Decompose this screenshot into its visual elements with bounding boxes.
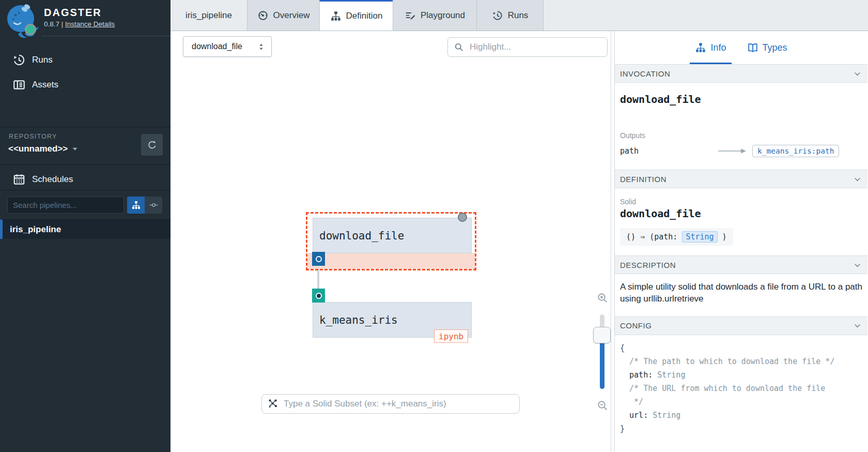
commit-icon	[149, 200, 159, 210]
tab-runs-label: Runs	[508, 10, 529, 21]
output-target-chip[interactable]: k_means_iris:path	[752, 145, 839, 157]
description-text: A simple utility solid that downloads a …	[620, 281, 863, 305]
output-port[interactable]	[312, 252, 325, 266]
sidebar-item-runs[interactable]: Runs	[0, 51, 171, 69]
section-header-invocation[interactable]: INVOCATION	[615, 64, 867, 83]
solid-subset	[261, 394, 520, 414]
pipeline-graph-canvas[interactable]: download_file	[171, 31, 611, 451]
instance-details-link[interactable]: Instance Details	[65, 20, 115, 28]
config-line: path: String	[620, 368, 862, 382]
tab-definition[interactable]: Definition	[319, 0, 393, 31]
section-title: DEFINITION	[620, 175, 667, 184]
tab-playground[interactable]: Playground	[393, 0, 476, 31]
solid-subset-input[interactable]	[261, 394, 520, 414]
graph-node-download-file[interactable]: download_file	[313, 218, 472, 253]
zoom-slider-handle[interactable]	[593, 327, 611, 343]
section-header-definition[interactable]: DEFINITION	[615, 170, 867, 188]
divider	[41, 36, 171, 36]
sidebar-item-iris-pipeline[interactable]: iris_pipeline	[0, 219, 171, 239]
caret-down-icon	[71, 145, 79, 153]
tab-runs[interactable]: Runs	[476, 0, 544, 31]
history-icon	[492, 10, 503, 21]
edit-lines-icon	[405, 10, 416, 21]
config-comment: */	[620, 395, 862, 409]
refresh-repository-button[interactable]	[141, 134, 163, 156]
repository-label: REPOSITORY	[9, 133, 57, 140]
chevron-down-icon	[853, 260, 862, 270]
graph-view-button[interactable]	[127, 197, 145, 214]
config-type: String	[653, 370, 685, 380]
repository-selector[interactable]: <<unnamed>>	[8, 144, 79, 154]
sidebar-schedules-label: Schedules	[32, 174, 73, 185]
tab-playground-label: Playground	[421, 10, 465, 21]
tab-definition-label: Definition	[346, 11, 383, 21]
node-label: k_means_iris	[319, 314, 398, 326]
calendar-icon	[12, 173, 26, 186]
tab-overview[interactable]: Overview	[247, 0, 319, 31]
selection-fill	[307, 253, 475, 269]
chevron-down-icon	[853, 174, 862, 184]
brand-name: DAGSTER	[44, 7, 102, 19]
history-icon	[12, 53, 26, 67]
highlight-input[interactable]	[447, 37, 608, 57]
dagster-logo-icon	[5, 3, 39, 39]
version-separator: |	[61, 20, 64, 28]
highlight-search	[447, 37, 608, 57]
sidebar-info-panel: Info Types INVOCATION	[614, 31, 867, 452]
pipeline-list-item-label: iris_pipeline	[10, 224, 61, 235]
linear-view-button[interactable]	[145, 197, 162, 214]
outputs-label: Outputs	[620, 131, 862, 140]
sidebar-item-schedules[interactable]: Schedules	[0, 170, 171, 189]
zoom-in-icon[interactable]	[596, 292, 609, 304]
flowchart-icon	[131, 200, 141, 210]
assets-icon	[12, 78, 26, 92]
input-port[interactable]	[312, 289, 325, 303]
refresh-icon	[147, 140, 158, 150]
config-line: }	[620, 422, 862, 435]
type-chip-string[interactable]: String	[682, 231, 717, 243]
arrow-right-icon	[718, 148, 747, 154]
search-pipelines-input[interactable]	[7, 197, 124, 214]
zoom-slider-track[interactable]	[600, 314, 605, 389]
brand-version-row: 0.8.7 | Instance Details	[44, 20, 115, 28]
pipeline-tabbar: iris_pipeline Overview	[171, 0, 868, 31]
flowchart-icon	[330, 10, 342, 22]
config-key: path:	[620, 370, 653, 380]
solid-selector-value: download_file	[192, 42, 242, 51]
invocation-solid-name: download_file	[620, 93, 862, 106]
section-header-description[interactable]: DESCRIPTION	[615, 255, 867, 274]
section-title: CONFIG	[620, 321, 652, 330]
config-line: url: String	[620, 409, 862, 422]
panel-tab-info[interactable]: Info	[695, 31, 726, 64]
panel-tabs: Info Types	[615, 31, 867, 64]
section-header-config[interactable]: CONFIG	[615, 317, 867, 335]
description-body: A simple utility solid that downloads a …	[615, 274, 867, 317]
output-row: path k_means_iris:path	[620, 145, 862, 170]
zoom-out-icon[interactable]	[596, 399, 609, 412]
divider	[0, 127, 171, 127]
invocation-body: download_file Outputs path k_means_iris:…	[615, 93, 867, 170]
config-line: {	[620, 341, 862, 355]
divider	[0, 164, 171, 165]
pipeline-search	[7, 197, 124, 214]
sidebar: DAGSTER 0.8.7 | Instance Details Runs	[0, 0, 171, 452]
pipeline-view-toggle	[127, 197, 162, 214]
panel-tab-types[interactable]: Types	[747, 31, 787, 64]
sidebar-item-assets[interactable]: Assets	[0, 76, 171, 94]
definition-body: Solid download_file () ⇒ (path: String )	[615, 198, 867, 255]
chevron-down-icon	[853, 69, 862, 79]
zoom-slider-fill	[600, 341, 605, 389]
config-type: String	[648, 411, 680, 420]
config-key: url:	[620, 411, 648, 420]
sidebar-runs-label: Runs	[32, 55, 53, 65]
gauge-icon	[257, 10, 269, 21]
section-title: INVOCATION	[620, 69, 670, 78]
sidebar-assets-label: Assets	[32, 80, 58, 90]
version-label: 0.8.7	[44, 20, 59, 28]
chevron-down-icon	[853, 321, 862, 330]
solid-jump-selector[interactable]: download_file	[183, 36, 272, 57]
node-handle-dot[interactable]	[458, 213, 467, 222]
content-area: download_file	[171, 31, 868, 452]
node-label: download_file	[319, 230, 404, 242]
flowchart-icon	[695, 42, 706, 53]
